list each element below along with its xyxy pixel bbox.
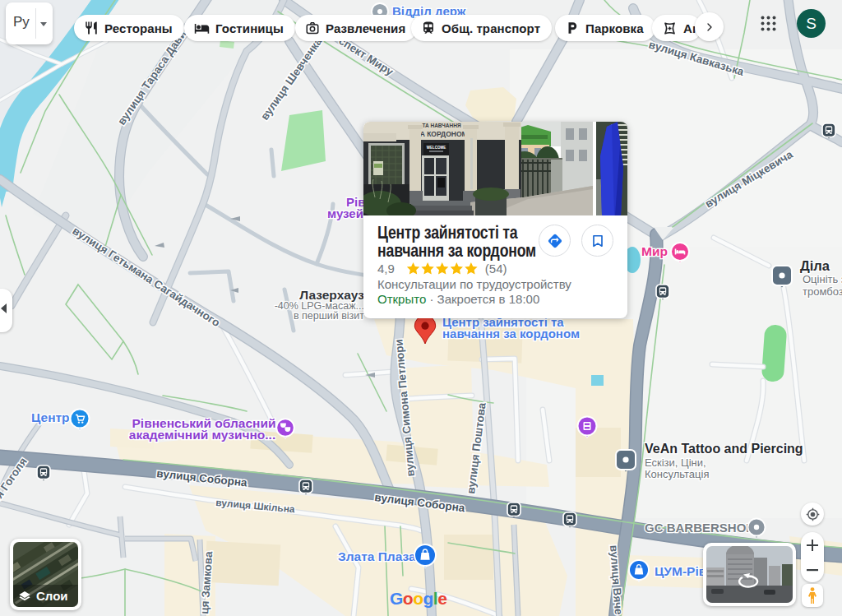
svg-text:GC BARBERSHOP: GC BARBERSHOP <box>645 521 754 535</box>
svg-text:тромбозу: тромбозу <box>803 285 842 298</box>
svg-text:Консультація: Консультація <box>645 468 709 480</box>
svg-text:ЦУМ-Рів: ЦУМ-Рів <box>655 564 706 578</box>
svg-text:Центр: Центр <box>31 410 70 424</box>
svg-text:WELCOME: WELCOME <box>427 146 446 150</box>
svg-text:навчання за кордоном: навчання за кордоном <box>442 327 580 340</box>
svg-text:VeAn Tattoo and Piercing: VeAn Tattoo and Piercing <box>645 442 803 456</box>
svg-text:Оцініть за: Оцініть за <box>803 273 842 285</box>
svg-text:Мир: Мир <box>641 244 668 258</box>
svg-text:Злата Плаза: Злата Плаза <box>338 549 416 563</box>
svg-text:Ескізи, Ціни,: Ескізи, Ціни, <box>645 456 706 469</box>
svg-text:Діла: Діла <box>800 258 830 273</box>
svg-text:в перший візит: в перший візит <box>294 310 364 322</box>
svg-text:академічний музично...: академічний музично... <box>129 428 275 442</box>
svg-text:ЗА КОРДОНОМ: ЗА КОРДОНОМ <box>415 130 467 138</box>
svg-text:ТА НАВЧАННЯ: ТА НАВЧАННЯ <box>422 123 461 128</box>
